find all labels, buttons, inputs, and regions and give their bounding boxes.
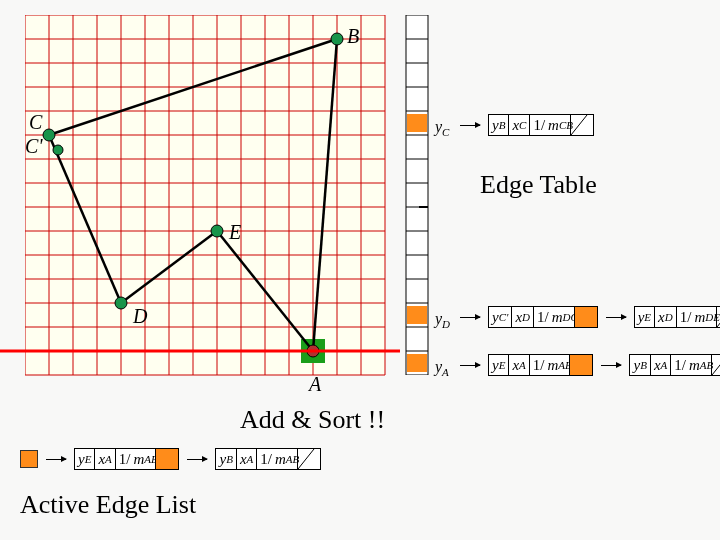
arrow-icon <box>460 317 480 318</box>
edge-table-label: Edge Table <box>480 170 597 200</box>
svg-line-73 <box>298 449 314 469</box>
ael-head-pointer <box>20 450 38 468</box>
edge-node: yBxA1/mAB <box>629 354 720 376</box>
svg-rect-67 <box>407 306 427 324</box>
svg-text:E: E <box>228 221 241 243</box>
svg-text:A: A <box>307 373 322 395</box>
svg-line-72 <box>712 355 720 375</box>
bucket-label-ya: yA <box>435 358 449 378</box>
svg-point-41 <box>53 145 63 155</box>
svg-point-42 <box>115 297 127 309</box>
arrow-icon <box>187 459 207 460</box>
edge-node: yExA1/mAE <box>488 354 593 376</box>
arrow-icon <box>460 125 480 126</box>
ael-row: yExA1/mAE yBxA1/mAB <box>20 448 321 470</box>
et-row-yd: yC'xD1/mDC yExD1/mDE <box>460 306 720 328</box>
svg-point-43 <box>211 225 223 237</box>
edge-node: yBxC1/mCB <box>488 114 594 136</box>
svg-text:B: B <box>347 25 359 47</box>
svg-text:D: D <box>132 305 148 327</box>
bucket-label-yc: yC <box>435 118 449 138</box>
svg-line-70 <box>571 115 587 135</box>
arrow-icon <box>460 365 480 366</box>
bucket-label-yd: yD <box>435 310 450 330</box>
edge-node: yBxA1/mAB <box>215 448 320 470</box>
edge-node: yC'xD1/mDC <box>488 306 598 328</box>
arrow-icon <box>606 317 626 318</box>
grid-lines <box>25 15 385 375</box>
svg-point-39 <box>331 33 343 45</box>
polygon-grid: A B C C' D E <box>25 15 405 399</box>
svg-rect-0 <box>25 15 385 375</box>
svg-text:C': C' <box>25 135 43 157</box>
arrow-icon <box>601 365 621 366</box>
scanline <box>0 348 400 354</box>
active-edge-list-label: Active Edge List <box>20 490 196 520</box>
et-row-yc: yBxC1/mCB <box>460 114 594 136</box>
svg-text:C: C <box>29 111 43 133</box>
svg-point-40 <box>43 129 55 141</box>
arrow-icon <box>46 459 66 460</box>
bucket-array <box>405 15 433 379</box>
svg-rect-68 <box>407 354 427 372</box>
et-row-ya: yExA1/mAE yBxA1/mAB <box>460 354 720 376</box>
edge-node: yExA1/mAE <box>74 448 179 470</box>
add-sort-label: Add & Sort !! <box>240 405 385 435</box>
edge-node: yExD1/mDE <box>634 306 720 328</box>
svg-rect-66 <box>407 114 427 132</box>
